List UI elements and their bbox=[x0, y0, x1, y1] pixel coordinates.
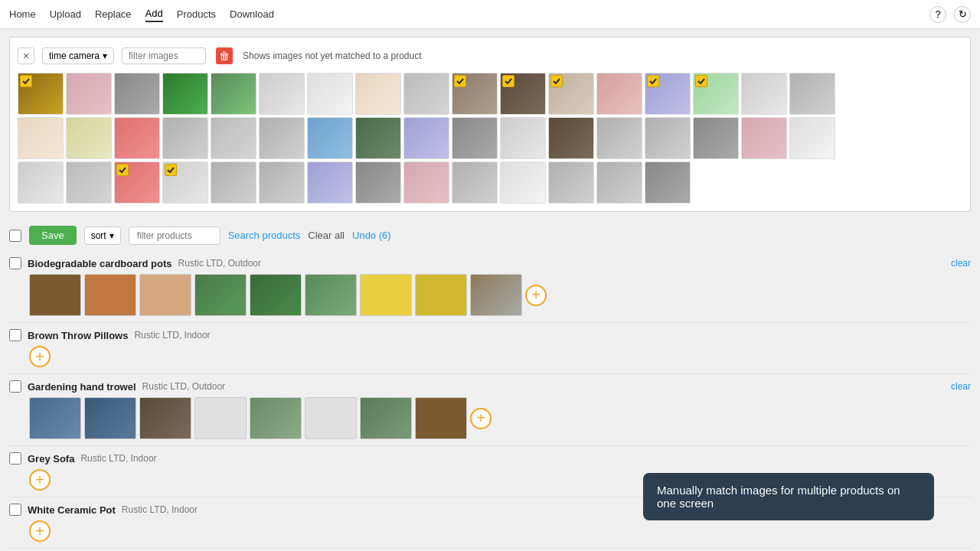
image-thumb-45[interactable] bbox=[500, 161, 546, 204]
image-thumb-31[interactable] bbox=[645, 117, 691, 159]
image-thumb-3[interactable] bbox=[114, 73, 160, 115]
image-thumb-37[interactable] bbox=[114, 161, 160, 204]
product-thumb-gardening-hand-trowel-7[interactable] bbox=[415, 397, 467, 439]
image-thumb-1[interactable] bbox=[18, 73, 64, 115]
product-thumb-gardening-hand-trowel-3[interactable] bbox=[194, 397, 247, 439]
nav-replace[interactable]: Replace bbox=[95, 7, 132, 21]
image-thumb-13[interactable] bbox=[596, 73, 642, 115]
add-image-button-brown-throw-pillows[interactable]: + bbox=[29, 346, 51, 367]
product-thumb-gardening-hand-trowel-0[interactable] bbox=[29, 397, 81, 439]
image-thumb-7[interactable] bbox=[307, 73, 353, 115]
image-thumb-30[interactable] bbox=[596, 117, 642, 159]
product-thumb-gardening-hand-trowel-4[interactable] bbox=[250, 397, 302, 439]
add-image-button-grey-sofa[interactable]: + bbox=[29, 469, 51, 491]
image-thumb-34[interactable] bbox=[789, 117, 835, 159]
product-checkbox-biodegradable-cardboard-pots[interactable] bbox=[9, 257, 21, 269]
product-thumb-biodegradable-cardboard-pots-1[interactable] bbox=[84, 274, 136, 316]
image-thumb-15[interactable] bbox=[693, 73, 739, 115]
image-thumb-28[interactable] bbox=[500, 117, 546, 159]
image-thumb-38[interactable] bbox=[162, 161, 208, 204]
clear-link-gardening-hand-trowel[interactable]: clear bbox=[951, 381, 971, 392]
product-checkbox-brown-throw-pillows[interactable] bbox=[9, 329, 21, 341]
product-thumb-biodegradable-cardboard-pots-0[interactable] bbox=[29, 274, 81, 316]
image-thumb-43[interactable] bbox=[403, 161, 449, 204]
image-thumb-11[interactable] bbox=[500, 73, 546, 115]
nav-products[interactable]: Products bbox=[177, 7, 216, 21]
image-thumb-17[interactable] bbox=[789, 73, 835, 115]
image-thumb-33[interactable] bbox=[741, 117, 787, 159]
image-thumb-48[interactable] bbox=[645, 161, 691, 204]
delete-button[interactable]: 🗑 bbox=[214, 45, 235, 67]
product-thumb-gardening-hand-trowel-1[interactable] bbox=[84, 397, 136, 439]
add-image-button-biodegradable-cardboard-pots[interactable]: + bbox=[525, 285, 547, 306]
image-thumb-44[interactable] bbox=[452, 161, 498, 204]
image-thumb-16[interactable] bbox=[741, 73, 787, 115]
image-thumb-20[interactable] bbox=[114, 117, 160, 159]
nav-download[interactable]: Download bbox=[230, 7, 274, 21]
clear-all-button[interactable]: Clear all bbox=[308, 230, 345, 241]
image-thumb-42[interactable] bbox=[355, 161, 401, 204]
check-overlay bbox=[454, 75, 466, 87]
image-panel-header: × time camera ▾ 🗑 Shows images not yet m… bbox=[18, 45, 962, 67]
product-thumb-gardening-hand-trowel-5[interactable] bbox=[305, 397, 357, 439]
image-thumb-19[interactable] bbox=[66, 117, 112, 159]
product-thumb-biodegradable-cardboard-pots-4[interactable] bbox=[250, 274, 302, 316]
product-checkbox-gardening-hand-trowel[interactable] bbox=[9, 380, 21, 393]
select-all-checkbox[interactable] bbox=[9, 230, 21, 242]
toolbar: Save sort ▾ Search products Clear all Un… bbox=[9, 220, 971, 251]
filter-products-input[interactable] bbox=[129, 227, 220, 245]
product-thumb-biodegradable-cardboard-pots-7[interactable] bbox=[415, 274, 467, 316]
image-thumb-47[interactable] bbox=[596, 161, 642, 204]
image-thumb-23[interactable] bbox=[259, 117, 305, 159]
product-thumb-gardening-hand-trowel-2[interactable] bbox=[139, 397, 191, 439]
image-thumb-18[interactable] bbox=[18, 117, 64, 159]
image-thumb-39[interactable] bbox=[211, 161, 256, 204]
product-thumb-biodegradable-cardboard-pots-5[interactable] bbox=[305, 274, 357, 316]
product-thumb-gardening-hand-trowel-6[interactable] bbox=[360, 397, 412, 439]
add-image-button-gardening-hand-trowel[interactable]: + bbox=[470, 408, 492, 429]
product-checkbox-grey-sofa[interactable] bbox=[9, 452, 21, 465]
product-checkbox-white-ceramic-pot[interactable] bbox=[9, 504, 21, 516]
image-thumb-26[interactable] bbox=[403, 117, 449, 159]
image-thumb-2[interactable] bbox=[66, 73, 112, 115]
product-thumb-biodegradable-cardboard-pots-8[interactable] bbox=[470, 274, 522, 316]
nav-add[interactable]: Add bbox=[145, 6, 163, 22]
search-products-button[interactable]: Search products bbox=[228, 230, 301, 241]
image-thumb-14[interactable] bbox=[645, 73, 691, 115]
image-thumb-9[interactable] bbox=[403, 73, 449, 115]
image-thumb-12[interactable] bbox=[548, 73, 594, 115]
undo-button[interactable]: Undo (6) bbox=[352, 230, 391, 241]
product-thumb-biodegradable-cardboard-pots-6[interactable] bbox=[360, 274, 412, 316]
image-thumb-27[interactable] bbox=[452, 117, 498, 159]
camera-select[interactable]: time camera ▾ bbox=[42, 47, 114, 64]
product-thumb-biodegradable-cardboard-pots-2[interactable] bbox=[139, 274, 191, 316]
clear-link-biodegradable-cardboard-pots[interactable]: clear bbox=[951, 258, 971, 269]
image-thumb-10[interactable] bbox=[452, 73, 498, 115]
image-thumb-40[interactable] bbox=[259, 161, 305, 204]
refresh-icon[interactable]: ↻ bbox=[954, 6, 971, 23]
image-thumb-24[interactable] bbox=[307, 117, 353, 159]
help-icon[interactable]: ? bbox=[929, 6, 946, 23]
image-thumb-5[interactable] bbox=[211, 73, 256, 115]
image-thumb-41[interactable] bbox=[307, 161, 353, 204]
image-thumb-21[interactable] bbox=[162, 117, 208, 159]
image-thumb-4[interactable] bbox=[162, 73, 208, 115]
image-thumb-36[interactable] bbox=[66, 161, 112, 204]
image-thumb-6[interactable] bbox=[259, 73, 305, 115]
image-thumb-35[interactable] bbox=[18, 161, 64, 204]
nav-home[interactable]: Home bbox=[9, 7, 36, 21]
filter-images-input[interactable] bbox=[122, 47, 206, 64]
image-thumb-46[interactable] bbox=[548, 161, 594, 204]
product-thumb-biodegradable-cardboard-pots-3[interactable] bbox=[194, 274, 247, 316]
add-image-button-white-ceramic-pot[interactable]: + bbox=[29, 520, 51, 542]
sort-select[interactable]: sort ▾ bbox=[84, 227, 121, 245]
image-thumb-22[interactable] bbox=[211, 117, 256, 159]
image-thumb-8[interactable] bbox=[355, 73, 401, 115]
image-thumb-29[interactable] bbox=[548, 117, 594, 159]
image-thumb-32[interactable] bbox=[693, 117, 739, 159]
save-button[interactable]: Save bbox=[29, 226, 77, 245]
close-button[interactable]: × bbox=[18, 47, 34, 64]
nav-upload[interactable]: Upload bbox=[50, 7, 81, 21]
product-meta-white-ceramic-pot: Rustic LTD, Indoor bbox=[122, 504, 198, 515]
image-thumb-25[interactable] bbox=[355, 117, 401, 159]
